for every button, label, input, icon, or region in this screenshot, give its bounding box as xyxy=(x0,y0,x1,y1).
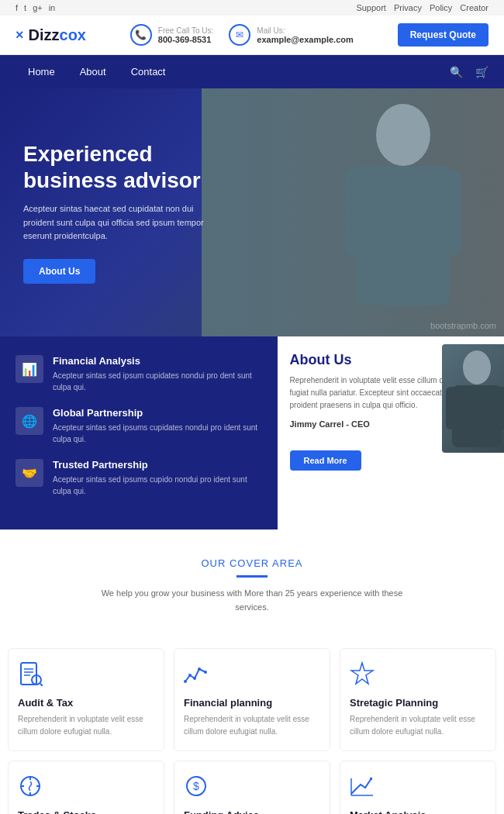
social-links[interactable]: f t g+ in xyxy=(16,3,55,12)
email-value: example@example.com xyxy=(257,35,353,44)
svg-point-17 xyxy=(198,667,201,671)
cover-subtitle: Our Cover Area xyxy=(16,557,488,569)
header-contact: 📞 Free Call To Us: 800-369-8531 ✉ Mail U… xyxy=(130,24,354,46)
search-icon[interactable]: 🔍 xyxy=(450,66,463,78)
support-link[interactable]: Support xyxy=(356,3,386,12)
feature-financial-title: Financial Analysis xyxy=(53,355,262,367)
facebook-icon[interactable]: f xyxy=(16,3,18,12)
feature-financial: 📊 Financial Analysis Acepteur sintas sed… xyxy=(16,355,262,393)
globe-icon: 🌐 xyxy=(16,407,43,435)
service-financial-planning-title: Financial planning xyxy=(184,697,320,709)
feature-trusted-desc: Acepteur sintas sed ipsums cupido nondui… xyxy=(53,474,262,497)
feature-trusted: 🤝 Trusted Partnership Acepteur sintas se… xyxy=(16,459,262,497)
service-market-analysis[interactable]: Market Analysis Reprehenderit in volupta… xyxy=(340,761,496,814)
svg-line-13 xyxy=(40,684,43,686)
svg-marker-19 xyxy=(351,663,373,684)
service-strategic-title: Stretagic Planning xyxy=(350,697,486,709)
nav-about[interactable]: About xyxy=(67,55,119,88)
about-box: About Us Reprehenderit in voluptate veli… xyxy=(278,336,505,529)
cart-icon[interactable]: 🛒 xyxy=(475,66,488,78)
hero-title: Experienced business advisor xyxy=(23,141,225,193)
main-nav: Home About Contact 🔍 🛒 xyxy=(0,55,504,88)
service-audit-tax[interactable]: Audit & Tax Reprehenderit in voluptate v… xyxy=(8,648,164,751)
policy-link[interactable]: Policy xyxy=(430,3,452,12)
logo-text: Dizzcox xyxy=(29,26,86,44)
svg-rect-2 xyxy=(345,170,368,255)
handshake-icon: 🤝 xyxy=(16,459,43,487)
nav-links[interactable]: Home About Contact xyxy=(16,55,178,88)
service-trades-stocks[interactable]: Trades & Stocks Reprehenderit in volupta… xyxy=(8,761,164,814)
funding-advice-icon: $ xyxy=(184,774,212,802)
market-analysis-icon xyxy=(350,774,378,802)
svg-rect-7 xyxy=(494,387,504,429)
service-financial-planning-desc: Reprehenderit in voluptate velit esse ci… xyxy=(184,713,320,738)
audit-icon xyxy=(18,661,46,689)
trades-stocks-icon xyxy=(18,774,46,802)
top-nav-links[interactable]: Support Privacy Policy Creator xyxy=(356,3,488,12)
feature-global: 🌐 Global Partnership Acepteur sintas sed… xyxy=(16,407,262,445)
svg-point-15 xyxy=(188,674,192,677)
cover-section: Our Cover Area We help you grow your bus… xyxy=(0,529,504,648)
feature-financial-content: Financial Analysis Acepteur sintas sed i… xyxy=(53,355,262,393)
hero-section: Experienced business advisor Acepteur si… xyxy=(0,88,504,336)
feature-financial-desc: Acepteur sintas sed ipsum cupidates nond… xyxy=(53,370,262,393)
logo-part2: cox xyxy=(60,26,86,43)
top-bar: f t g+ in Support Privacy Policy Creator xyxy=(0,0,504,16)
email-contact: ✉ Mail Us: example@example.com xyxy=(229,24,353,46)
service-audit-desc: Reprehenderit in voluptate velit esse ci… xyxy=(18,713,154,738)
feature-global-title: Global Partnership xyxy=(53,407,262,419)
feature-trusted-content: Trusted Partnership Acepteur sintas sed … xyxy=(53,459,262,497)
nav-home[interactable]: Home xyxy=(16,55,67,88)
svg-rect-1 xyxy=(357,166,450,305)
feature-global-desc: Acepteur sintas sed ipsums cupidates non… xyxy=(53,422,262,445)
services-grid: Audit & Tax Reprehenderit in voluptate v… xyxy=(0,648,504,814)
svg-rect-6 xyxy=(446,387,460,429)
features-box: 📊 Financial Analysis Acepteur sintas sed… xyxy=(0,336,278,529)
phone-value: 800-369-8531 xyxy=(158,35,214,44)
service-strategic-desc: Reprehenderit in voluptate velit esse ci… xyxy=(350,713,486,738)
nav-contact[interactable]: Contact xyxy=(119,55,178,88)
chart-icon: 📊 xyxy=(16,355,43,383)
service-strategic-planning[interactable]: Stretagic Planning Reprehenderit in volu… xyxy=(340,648,496,751)
service-funding-title: Funding Advice xyxy=(184,809,320,814)
about-photo xyxy=(442,344,504,453)
hero-description: Acepteur sintas haecat sed cupidatat non… xyxy=(23,202,225,243)
phone-contact: 📞 Free Call To Us: 800-369-8531 xyxy=(130,24,214,46)
quote-button[interactable]: Request Quote xyxy=(398,23,488,47)
svg-point-18 xyxy=(204,671,207,674)
logo-icon: × xyxy=(16,27,24,43)
strategic-planning-icon xyxy=(350,661,378,689)
service-financial-planning[interactable]: Financial planning Reprehenderit in volu… xyxy=(174,648,330,751)
gplus-icon[interactable]: g+ xyxy=(33,3,43,12)
logo[interactable]: × Dizzcox xyxy=(16,26,86,44)
svg-point-14 xyxy=(184,680,187,683)
svg-rect-3 xyxy=(438,170,461,255)
twitter-icon[interactable]: t xyxy=(24,3,26,12)
nav-action-icons[interactable]: 🔍 🛒 xyxy=(450,66,488,78)
hero-watermark: bootstrapmb.com xyxy=(430,321,496,330)
feature-trusted-title: Trusted Partnership xyxy=(53,459,262,471)
phone-info: Free Call To Us: 800-369-8531 xyxy=(158,26,214,44)
logo-part1: Dizz xyxy=(29,26,60,43)
email-icon: ✉ xyxy=(229,24,250,46)
phone-icon: 📞 xyxy=(130,24,152,46)
service-market-title: Market Analysis xyxy=(350,809,486,814)
hero-content: Experienced business advisor Acepteur si… xyxy=(0,118,248,307)
privacy-link[interactable]: Privacy xyxy=(394,3,422,12)
hero-cta-button[interactable]: About Us xyxy=(23,259,95,284)
features-about-section: 📊 Financial Analysis Acepteur sintas sed… xyxy=(0,336,504,529)
service-funding-advice[interactable]: $ Funding Advice Reprehenderit in volupt… xyxy=(174,761,330,814)
service-trades-title: Trades & Stocks xyxy=(18,809,154,814)
feature-global-content: Global Partnership Acepteur sintas sed i… xyxy=(53,407,262,445)
hero-person-image xyxy=(318,88,488,336)
email-info: Mail Us: example@example.com xyxy=(257,26,353,44)
creator-link[interactable]: Creator xyxy=(460,3,488,12)
svg-point-0 xyxy=(376,104,430,166)
read-more-button[interactable]: Read More xyxy=(290,450,361,471)
header: × Dizzcox 📞 Free Call To Us: 800-369-853… xyxy=(0,16,504,55)
svg-text:$: $ xyxy=(193,780,199,792)
svg-point-4 xyxy=(463,350,491,385)
linkedin-icon[interactable]: in xyxy=(49,3,56,12)
financial-planning-icon xyxy=(184,661,212,689)
svg-rect-8 xyxy=(21,663,36,685)
